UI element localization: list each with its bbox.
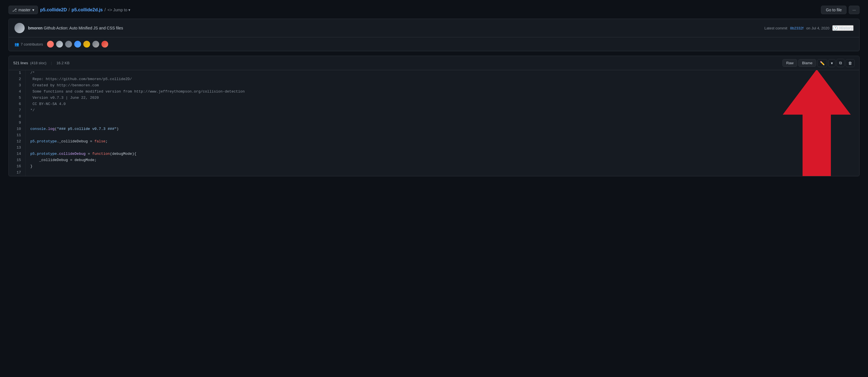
breadcrumb: p5.collide2D / p5.collide2d.js / <> Jump… (40, 7, 130, 12)
file-name-link[interactable]: p5.collide2d.js (72, 7, 103, 12)
commit-hash[interactable]: 8b2332f (790, 26, 803, 30)
line-number[interactable]: 17 (9, 170, 26, 176)
branch-button[interactable]: ⎇ master ▾ (8, 6, 38, 14)
table-row: 5 Version v0.7.3 | June 22, 2020 (9, 95, 859, 101)
line-number[interactable]: 1 (9, 70, 26, 76)
commit-info: bmoren Github Action: Auto Minified JS a… (28, 26, 123, 30)
copy-icon: ⧉ (839, 61, 842, 65)
commit-date: on Jul 4, 2020 (806, 26, 830, 30)
chevron-down-icon: ▾ (128, 8, 130, 12)
commit-top: bmoren Github Action: Auto Minified JS a… (9, 19, 859, 37)
file-meta: 521 lines (418 sloc) | 16.2 KB (13, 61, 69, 65)
line-content: /* (26, 70, 859, 76)
commit-right: Latest commit 8b2332f on Jul 4, 2020 🕐 H… (764, 25, 854, 31)
contributor-avatar-1[interactable] (46, 40, 54, 48)
file-panel: 521 lines (418 sloc) | 16.2 KB Raw Blame… (8, 56, 860, 176)
contributor-avatar-6[interactable] (92, 40, 100, 48)
commit-panel: bmoren Github Action: Auto Minified JS a… (8, 19, 860, 51)
line-number[interactable]: 15 (9, 158, 26, 164)
line-number[interactable]: 2 (9, 76, 26, 83)
table-row: 8 (9, 114, 859, 120)
line-content: console.log("### p5.collide v0.7.3 ###") (26, 126, 859, 133)
latest-commit-label: Latest commit (764, 26, 787, 30)
line-content (26, 170, 859, 176)
commit-author[interactable]: bmoren (28, 26, 42, 30)
line-number[interactable]: 6 (9, 101, 26, 108)
contributors-count-label[interactable]: 7 contributors (21, 42, 43, 46)
line-content (26, 133, 859, 139)
edit-dropdown-button[interactable]: ▾ (828, 59, 835, 67)
table-row: 11 (9, 133, 859, 139)
line-number[interactable]: 5 (9, 95, 26, 101)
copy-button[interactable]: ⧉ (837, 59, 844, 67)
file-lines: 521 lines (418 sloc) (13, 61, 46, 65)
jump-to-button[interactable]: <> Jump to ▾ (107, 8, 130, 12)
line-number[interactable]: 4 (9, 89, 26, 95)
contributors-icon: 👥 (14, 42, 19, 46)
commit-left: bmoren Github Action: Auto Minified JS a… (14, 23, 123, 33)
delete-button[interactable]: 🗑 (846, 59, 855, 67)
table-row: 1/* (9, 70, 859, 76)
line-number[interactable]: 12 (9, 139, 26, 145)
line-number[interactable]: 10 (9, 126, 26, 133)
line-content: Version v0.7.3 | June 22, 2020 (26, 95, 859, 101)
file-size: 16.2 KB (56, 61, 69, 65)
table-row: 6 CC BY-NC-SA 4.0 (9, 101, 859, 108)
chevron-down-icon: ▾ (831, 61, 833, 65)
top-bar: ⎇ master ▾ p5.collide2D / p5.collide2d.j… (8, 6, 860, 14)
author-avatar (14, 23, 25, 33)
contributor-avatar-2[interactable] (56, 40, 63, 48)
breadcrumb-area: ⎇ master ▾ p5.collide2D / p5.collide2d.j… (8, 6, 130, 14)
more-options-button[interactable]: ··· (849, 6, 860, 14)
line-number[interactable]: 8 (9, 114, 26, 120)
history-clock-icon: 🕐 (833, 26, 838, 30)
table-row: 13 (9, 145, 859, 151)
line-number[interactable]: 16 (9, 164, 26, 170)
raw-button[interactable]: Raw (782, 59, 797, 67)
contributors-label: 👥 7 contributors (14, 42, 43, 46)
line-content: Created by http://benmoren.com (26, 83, 859, 89)
line-content: Repo: https://github.com/bmoren/p5.colli… (26, 76, 859, 83)
file-header: 521 lines (418 sloc) | 16.2 KB Raw Blame… (9, 56, 859, 70)
history-label: History (839, 26, 853, 30)
contributor-avatar-4[interactable] (74, 40, 82, 48)
contributor-avatar-3[interactable] (65, 40, 72, 48)
go-to-file-button[interactable]: Go to file (821, 6, 846, 14)
top-actions: Go to file ··· (821, 6, 860, 14)
branch-name: master (19, 8, 31, 12)
line-number[interactable]: 14 (9, 151, 26, 158)
line-number[interactable]: 13 (9, 145, 26, 151)
avatar-image (14, 23, 25, 33)
table-row: 10console.log("### p5.collide v0.7.3 ###… (9, 126, 859, 133)
line-content: Some functions and code modified version… (26, 89, 859, 95)
line-content (26, 114, 859, 120)
line-number[interactable]: 7 (9, 108, 26, 114)
jump-to-label: <> Jump to (107, 8, 127, 12)
line-content (26, 145, 859, 151)
line-content: } (26, 164, 859, 170)
code-body: 1/*2 Repo: https://github.com/bmoren/p5.… (9, 70, 859, 176)
line-number[interactable]: 11 (9, 133, 26, 139)
line-content: _collideDebug = debugMode; (26, 158, 859, 164)
table-row: 4 Some functions and code modified versi… (9, 89, 859, 95)
blame-button[interactable]: Blame (798, 59, 816, 67)
line-content (26, 120, 859, 126)
line-number[interactable]: 9 (9, 120, 26, 126)
line-content: p5.prototype._collideDebug = false; (26, 139, 859, 145)
contributor-avatar-7[interactable] (101, 40, 109, 48)
code-table: 1/*2 Repo: https://github.com/bmoren/p5.… (9, 70, 859, 176)
line-number[interactable]: 3 (9, 83, 26, 89)
repo-link[interactable]: p5.collide2D (40, 7, 67, 12)
line-content: */ (26, 108, 859, 114)
pencil-icon: ✏️ (820, 61, 825, 65)
meta-separator: | (51, 61, 52, 65)
edit-icon-button[interactable]: ✏️ (817, 59, 827, 67)
table-row: 16} (9, 164, 859, 170)
table-row: 14p5.prototype.collideDebug = function(d… (9, 151, 859, 158)
table-row: 3 Created by http://benmoren.com (9, 83, 859, 89)
breadcrumb-separator-2: / (104, 7, 106, 12)
contributor-avatar-5[interactable] (83, 40, 91, 48)
table-row: 12p5.prototype._collideDebug = false; (9, 139, 859, 145)
history-button[interactable]: 🕐 History (832, 25, 854, 31)
table-row: 17 (9, 170, 859, 176)
